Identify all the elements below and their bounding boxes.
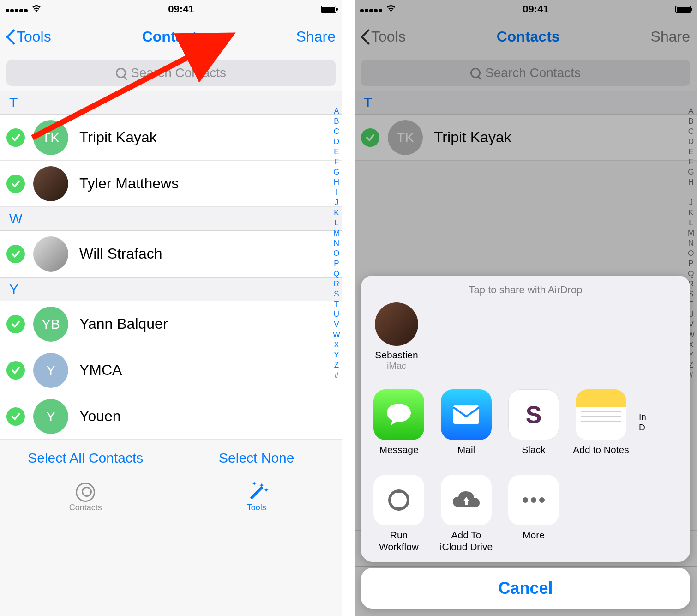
tab-tools[interactable]: ✦✦✦ Tools — [171, 476, 342, 519]
index-letter[interactable]: V — [333, 320, 340, 330]
share-app-label: Add to Notes — [571, 444, 631, 455]
index-letter[interactable]: L — [333, 218, 340, 228]
share-app-message[interactable]: Message — [369, 389, 428, 455]
slack-icon: S — [508, 389, 559, 440]
left-screenshot: 09:41 Tools Contacts Share Search Contac… — [0, 0, 342, 616]
share-app-label: Mail — [437, 444, 496, 455]
status-time: 09:41 — [168, 3, 194, 15]
avatar: Y — [33, 353, 68, 388]
contact-name: Will Strafach — [79, 245, 162, 262]
signal-dots-icon — [6, 3, 29, 15]
search-icon — [116, 68, 126, 78]
contact-row[interactable]: Y YMCA — [0, 347, 342, 393]
index-letter[interactable]: T — [333, 299, 340, 309]
index-letter[interactable]: M — [333, 228, 340, 238]
index-letter[interactable]: R — [333, 279, 340, 289]
share-sheet: Tap to share with AirDrop Sebastien iMac… — [361, 276, 690, 609]
airdrop-hint: Tap to share with AirDrop — [361, 276, 690, 300]
index-letter[interactable]: X — [333, 340, 340, 350]
index-letter[interactable]: Y — [333, 350, 340, 360]
contact-name: Youen — [79, 408, 121, 425]
index-letter[interactable]: P — [333, 259, 340, 269]
share-app-partial[interactable]: In D — [639, 389, 657, 455]
section-header-y: Y — [0, 277, 342, 301]
airdrop-device: iMac — [371, 361, 422, 371]
checkmark-icon[interactable] — [6, 128, 25, 147]
index-letter[interactable]: Q — [333, 269, 340, 279]
index-letter[interactable]: E — [333, 147, 340, 157]
index-letter[interactable]: F — [333, 157, 340, 167]
avatar — [33, 236, 68, 272]
nav-bar: Tools Contacts Share — [0, 18, 342, 55]
section-header-t: T — [0, 91, 342, 115]
index-letter[interactable]: J — [333, 198, 340, 208]
index-letter[interactable]: C — [333, 127, 340, 137]
select-none-button[interactable]: Select None — [171, 440, 342, 476]
checkmark-icon[interactable] — [6, 315, 25, 333]
share-action-label: Add To iCloud Drive — [437, 529, 496, 552]
index-letter[interactable]: K — [333, 208, 340, 218]
index-letter[interactable]: D — [333, 137, 340, 147]
avatar: Y — [33, 399, 68, 434]
notes-icon — [576, 389, 626, 440]
back-button[interactable]: Tools — [6, 28, 51, 45]
svg-point-3 — [390, 491, 408, 509]
tab-contacts[interactable]: Contacts — [0, 476, 171, 519]
tab-label: Contacts — [69, 503, 102, 513]
checkmark-icon[interactable] — [6, 245, 25, 263]
index-letter[interactable]: A — [333, 106, 340, 116]
cancel-button[interactable]: Cancel — [361, 568, 690, 609]
more-icon — [508, 475, 559, 525]
search-placeholder: Search Contacts — [131, 66, 226, 80]
contact-row[interactable]: Tyler Matthews — [0, 161, 342, 207]
mail-icon — [441, 389, 492, 440]
nav-title: Contacts — [142, 28, 205, 45]
avatar — [33, 166, 68, 201]
share-app-slack[interactable]: S Slack — [504, 389, 563, 455]
index-letter[interactable]: Z — [333, 360, 340, 370]
share-button[interactable]: Share — [296, 28, 336, 45]
index-letter[interactable]: S — [333, 289, 340, 299]
airdrop-target[interactable]: Sebastien iMac — [371, 302, 422, 371]
checkmark-icon[interactable] — [6, 361, 25, 380]
chevron-left-icon — [6, 30, 15, 44]
message-icon — [373, 389, 424, 440]
index-letter[interactable]: U — [333, 309, 340, 320]
share-app-mail[interactable]: Mail — [437, 389, 496, 455]
index-letter[interactable]: N — [333, 238, 340, 248]
share-action-workflow[interactable]: Run Workflow — [369, 475, 428, 552]
share-app-notes[interactable]: Add to Notes — [571, 389, 631, 455]
index-letter[interactable]: B — [333, 116, 340, 127]
index-letter[interactable]: H — [333, 177, 340, 187]
right-screenshot: 09:41 Tools Contacts Share Search Contac… — [355, 0, 697, 616]
avatar — [375, 302, 418, 346]
search-input[interactable]: Search Contacts — [6, 60, 336, 86]
checkmark-icon[interactable] — [6, 407, 25, 426]
svg-rect-2 — [453, 405, 479, 424]
index-letter[interactable]: # — [333, 370, 340, 380]
index-letter[interactable]: W — [333, 330, 340, 340]
index-letter[interactable]: G — [333, 167, 340, 177]
alphabet-index[interactable]: ABCDEFGHIJKLMNOPQRSTUVWXYZ# — [333, 106, 340, 380]
select-all-button[interactable]: Select All Contacts — [0, 440, 171, 476]
share-action-label: Run Workflow — [369, 529, 428, 552]
contact-row[interactable]: Will Strafach — [0, 231, 342, 277]
checkmark-icon[interactable] — [6, 175, 25, 193]
contact-name: Yann Balquer — [79, 315, 168, 332]
cloud-upload-icon — [441, 475, 492, 525]
contact-row[interactable]: Y Youen — [0, 393, 342, 440]
index-letter[interactable]: O — [333, 248, 340, 259]
avatar: TK — [33, 120, 68, 155]
selection-toolbar: Select All Contacts Select None — [0, 440, 342, 476]
contact-name: YMCA — [79, 362, 122, 379]
share-action-icloud[interactable]: Add To iCloud Drive — [437, 475, 496, 552]
contact-row[interactable]: TK Tripit Kayak — [0, 115, 342, 161]
share-app-label: Message — [369, 444, 428, 455]
contact-row[interactable]: YB Yann Balquer — [0, 301, 342, 347]
contact-name: Tripit Kayak — [79, 129, 157, 146]
contact-name: Tyler Matthews — [79, 175, 179, 192]
avatar: YB — [33, 307, 68, 342]
section-header-w: W — [0, 207, 342, 231]
index-letter[interactable]: I — [333, 187, 340, 198]
share-action-more[interactable]: More — [504, 475, 563, 552]
